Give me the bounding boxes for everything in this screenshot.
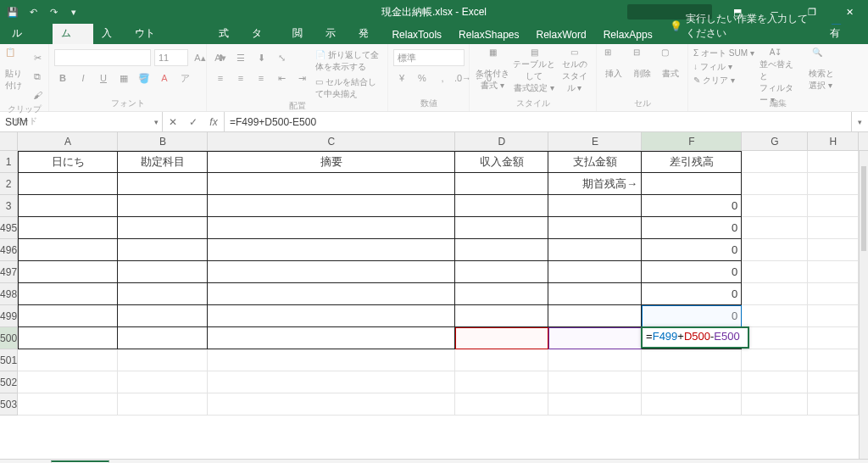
cell-styles-button[interactable]: ▭セルの スタイル ▾ xyxy=(558,46,591,93)
cell[interactable] xyxy=(118,173,208,195)
row-header[interactable]: 498 xyxy=(0,283,18,305)
indent-decrease-button[interactable]: ⇤ xyxy=(273,70,290,86)
cell[interactable] xyxy=(208,349,455,371)
col-header-b[interactable]: B xyxy=(118,132,208,150)
cell[interactable] xyxy=(548,371,642,393)
cell[interactable] xyxy=(18,261,118,283)
row-header[interactable]: 499 xyxy=(0,305,18,327)
qat-more[interactable]: ▾ xyxy=(66,4,81,20)
cell[interactable]: 摘要 xyxy=(208,151,455,173)
delete-cells-button[interactable]: ⊟削除 xyxy=(631,46,654,93)
cell[interactable] xyxy=(642,173,742,195)
align-bottom-button[interactable]: ⬇ xyxy=(253,49,270,66)
cell[interactable] xyxy=(808,371,859,393)
cell[interactable] xyxy=(742,283,808,305)
align-left-button[interactable]: ≡ xyxy=(212,70,229,86)
cell[interactable] xyxy=(118,283,208,305)
row-header[interactable]: 1 xyxy=(0,151,18,173)
col-header-c[interactable]: C xyxy=(208,132,455,150)
sheet-tab-active[interactable]: Sheet1 xyxy=(51,460,109,464)
cell[interactable] xyxy=(118,305,208,327)
cell[interactable] xyxy=(118,217,208,239)
cell[interactable]: 支払金額 xyxy=(548,151,642,173)
undo-button[interactable]: ↶ xyxy=(25,4,41,20)
row-header[interactable]: 2 xyxy=(0,173,18,195)
cell[interactable] xyxy=(208,305,455,327)
fill-button[interactable]: ↓ フィル ▾ xyxy=(693,61,754,73)
cell[interactable] xyxy=(118,261,208,283)
autosum-button[interactable]: Σ オート SUM ▾ xyxy=(693,47,754,59)
vertical-scrollbar[interactable] xyxy=(859,151,868,459)
cell[interactable] xyxy=(18,349,118,371)
cell[interactable] xyxy=(808,349,859,371)
comma-button[interactable]: , xyxy=(434,70,451,86)
border-button[interactable]: ▦ xyxy=(115,70,132,86)
cell[interactable] xyxy=(808,283,859,305)
expand-formula-bar[interactable]: ▾ xyxy=(851,112,868,131)
active-cell-editor[interactable]: =F499+D500-E500 xyxy=(641,326,749,349)
cell[interactable] xyxy=(118,195,208,217)
cell[interactable] xyxy=(208,173,455,195)
grid[interactable]: 日にち 勘定科目 摘要 収入金額 支払金額 差引残高 期首残高→ 0 0 0 0… xyxy=(18,151,859,459)
enter-formula-button[interactable]: ✓ xyxy=(183,116,203,128)
orientation-button[interactable]: ⤡ xyxy=(273,49,290,66)
close-button[interactable]: ✕ xyxy=(831,0,868,24)
cell[interactable] xyxy=(742,305,808,327)
indent-increase-button[interactable]: ⇥ xyxy=(293,70,310,86)
cell[interactable] xyxy=(742,173,808,195)
cell[interactable] xyxy=(808,217,859,239)
align-center-button[interactable]: ≡ xyxy=(232,70,249,86)
cell[interactable] xyxy=(18,283,118,305)
cell[interactable] xyxy=(548,261,642,283)
cell[interactable] xyxy=(742,327,808,349)
cell[interactable]: 日にち xyxy=(18,151,118,173)
format-painter-button[interactable]: 🖌 xyxy=(29,86,46,103)
name-box[interactable]: SUM ▾ xyxy=(0,112,163,131)
cell[interactable]: 0 xyxy=(642,217,742,239)
insert-cells-button[interactable]: ⊞挿入 xyxy=(602,46,626,93)
cell[interactable] xyxy=(208,217,455,239)
cell[interactable] xyxy=(808,305,859,327)
cell[interactable] xyxy=(548,217,642,239)
align-top-button[interactable]: ⬆ xyxy=(212,49,229,66)
cell[interactable] xyxy=(18,173,118,195)
cell[interactable]: 勘定科目 xyxy=(118,151,208,173)
scrollbar-thumb[interactable] xyxy=(861,166,866,251)
cell[interactable] xyxy=(18,195,118,217)
cell[interactable] xyxy=(808,239,859,261)
cell[interactable] xyxy=(208,393,455,416)
cell[interactable]: 0 xyxy=(642,261,742,283)
col-header-d[interactable]: D xyxy=(455,132,548,150)
cell[interactable] xyxy=(742,151,808,173)
cell[interactable] xyxy=(742,217,808,239)
cell[interactable] xyxy=(455,217,548,239)
cell[interactable] xyxy=(742,261,808,283)
fill-color-button[interactable]: 🪣 xyxy=(136,70,153,86)
cell[interactable] xyxy=(742,393,808,416)
fx-button[interactable]: fx xyxy=(203,116,224,128)
format-as-table-button[interactable]: ▤テーブルとして 書式設定 ▾ xyxy=(512,46,556,93)
cell[interactable] xyxy=(18,305,118,327)
cell[interactable] xyxy=(118,349,208,371)
cell[interactable] xyxy=(455,195,548,217)
font-color-button[interactable]: A xyxy=(156,70,173,86)
cell[interactable] xyxy=(455,349,548,371)
align-middle-button[interactable]: ☰ xyxy=(232,49,249,66)
paste-button[interactable]: 📋 貼り付け xyxy=(5,46,24,93)
cell[interactable] xyxy=(742,239,808,261)
col-header-f[interactable]: F xyxy=(642,132,742,150)
cell[interactable] xyxy=(548,305,642,327)
cell[interactable] xyxy=(455,305,548,327)
cell[interactable] xyxy=(455,371,548,393)
cell[interactable] xyxy=(742,371,808,393)
col-header-g[interactable]: G xyxy=(742,132,808,150)
underline-button[interactable]: U xyxy=(95,70,112,86)
cell[interactable] xyxy=(642,371,742,393)
row-header[interactable]: 497 xyxy=(0,261,18,283)
row-header[interactable]: 495 xyxy=(0,217,18,239)
row-header[interactable]: 3 xyxy=(0,195,18,217)
wrap-text-button[interactable]: 📄 折り返して全体を表示する xyxy=(315,49,382,73)
merge-center-button[interactable]: ▭ セルを結合して中央揃え xyxy=(315,76,382,100)
cell[interactable] xyxy=(118,393,208,416)
clear-button[interactable]: ✎ クリア ▾ xyxy=(693,75,754,86)
